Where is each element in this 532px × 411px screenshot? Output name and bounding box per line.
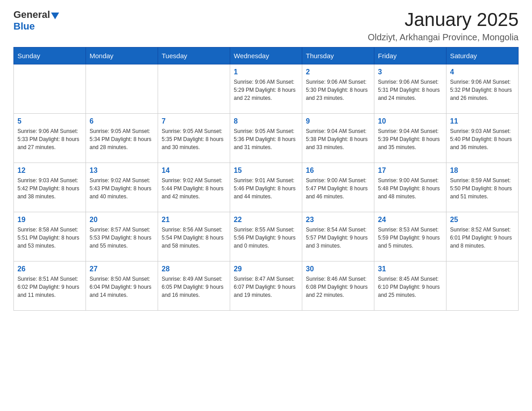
day-number: 28 xyxy=(162,265,226,273)
month-title: January 2025 xyxy=(368,9,519,30)
day-info: Sunrise: 9:04 AM Sunset: 5:38 PM Dayligh… xyxy=(306,127,370,151)
calendar-day-cell: 14Sunrise: 9:02 AM Sunset: 5:44 PM Dayli… xyxy=(158,163,230,212)
day-info: Sunrise: 9:05 AM Sunset: 5:34 PM Dayligh… xyxy=(90,127,154,151)
calendar-day-cell: 2Sunrise: 9:06 AM Sunset: 5:30 PM Daylig… xyxy=(302,64,374,114)
calendar-day-header: Thursday xyxy=(302,47,374,64)
calendar-week-row: 12Sunrise: 9:03 AM Sunset: 5:42 PM Dayli… xyxy=(14,163,519,212)
calendar-day-cell: 4Sunrise: 9:06 AM Sunset: 5:32 PM Daylig… xyxy=(446,64,519,114)
day-info: Sunrise: 9:03 AM Sunset: 5:42 PM Dayligh… xyxy=(17,176,82,201)
day-info: Sunrise: 8:57 AM Sunset: 5:53 PM Dayligh… xyxy=(90,226,154,250)
calendar-day-cell: 28Sunrise: 8:49 AM Sunset: 6:05 PM Dayli… xyxy=(158,261,230,311)
day-info: Sunrise: 9:06 AM Sunset: 5:32 PM Dayligh… xyxy=(450,78,515,102)
day-number: 8 xyxy=(234,117,298,125)
calendar-day-header: Saturday xyxy=(446,47,519,64)
day-info: Sunrise: 8:58 AM Sunset: 5:51 PM Dayligh… xyxy=(17,226,82,250)
calendar-day-cell: 8Sunrise: 9:05 AM Sunset: 5:36 PM Daylig… xyxy=(230,114,302,163)
day-info: Sunrise: 8:47 AM Sunset: 6:07 PM Dayligh… xyxy=(234,275,298,299)
day-info: Sunrise: 8:52 AM Sunset: 6:01 PM Dayligh… xyxy=(450,226,515,250)
day-info: Sunrise: 8:46 AM Sunset: 6:08 PM Dayligh… xyxy=(306,275,370,299)
day-number: 12 xyxy=(17,167,82,175)
day-info: Sunrise: 8:50 AM Sunset: 6:04 PM Dayligh… xyxy=(90,275,154,299)
day-info: Sunrise: 8:55 AM Sunset: 5:56 PM Dayligh… xyxy=(234,226,298,250)
calendar-day-header: Friday xyxy=(374,47,446,64)
day-number: 23 xyxy=(306,216,370,224)
page-header: General Blue January 2025 Oldziyt, Arkha… xyxy=(13,9,519,43)
day-number: 15 xyxy=(234,167,298,175)
calendar-week-row: 5Sunrise: 9:06 AM Sunset: 5:33 PM Daylig… xyxy=(14,114,519,163)
calendar-day-header: Sunday xyxy=(14,47,86,64)
day-number: 16 xyxy=(306,167,370,175)
calendar-day-cell: 24Sunrise: 8:53 AM Sunset: 5:59 PM Dayli… xyxy=(374,212,446,261)
calendar-day-cell: 5Sunrise: 9:06 AM Sunset: 5:33 PM Daylig… xyxy=(14,114,86,163)
calendar-day-cell: 16Sunrise: 9:00 AM Sunset: 5:47 PM Dayli… xyxy=(302,163,374,212)
day-info: Sunrise: 9:00 AM Sunset: 5:47 PM Dayligh… xyxy=(306,176,370,201)
calendar-day-cell: 6Sunrise: 9:05 AM Sunset: 5:34 PM Daylig… xyxy=(86,114,158,163)
day-number: 6 xyxy=(90,117,154,125)
day-number: 9 xyxy=(306,117,370,125)
calendar-day-cell: 17Sunrise: 9:00 AM Sunset: 5:48 PM Dayli… xyxy=(374,163,446,212)
location-title: Oldziyt, Arkhangai Province, Mongolia xyxy=(368,32,519,43)
day-info: Sunrise: 9:02 AM Sunset: 5:44 PM Dayligh… xyxy=(162,176,226,201)
day-info: Sunrise: 8:54 AM Sunset: 5:57 PM Dayligh… xyxy=(306,226,370,250)
day-number: 25 xyxy=(450,216,515,224)
calendar-day-cell: 30Sunrise: 8:46 AM Sunset: 6:08 PM Dayli… xyxy=(302,261,374,311)
day-number: 14 xyxy=(162,167,226,175)
logo-general-text: General xyxy=(13,9,50,21)
day-number: 17 xyxy=(378,167,442,175)
calendar-header-row: SundayMondayTuesdayWednesdayThursdayFrid… xyxy=(14,47,519,64)
day-number: 24 xyxy=(378,216,442,224)
calendar-day-cell: 20Sunrise: 8:57 AM Sunset: 5:53 PM Dayli… xyxy=(86,212,158,261)
calendar-day-cell: 3Sunrise: 9:06 AM Sunset: 5:31 PM Daylig… xyxy=(374,64,446,114)
day-info: Sunrise: 8:56 AM Sunset: 5:54 PM Dayligh… xyxy=(162,226,226,250)
title-block: January 2025 Oldziyt, Arkhangai Province… xyxy=(368,9,519,43)
day-number: 19 xyxy=(17,216,82,224)
calendar-day-cell: 12Sunrise: 9:03 AM Sunset: 5:42 PM Dayli… xyxy=(14,163,86,212)
day-info: Sunrise: 9:01 AM Sunset: 5:46 PM Dayligh… xyxy=(234,176,298,201)
calendar-day-cell: 18Sunrise: 8:59 AM Sunset: 5:50 PM Dayli… xyxy=(446,163,519,212)
day-number: 27 xyxy=(90,265,154,273)
day-info: Sunrise: 9:05 AM Sunset: 5:36 PM Dayligh… xyxy=(234,127,298,151)
day-number: 2 xyxy=(306,68,370,76)
calendar-day-cell xyxy=(86,64,158,114)
day-number: 4 xyxy=(450,68,515,76)
day-info: Sunrise: 9:06 AM Sunset: 5:29 PM Dayligh… xyxy=(234,78,298,102)
calendar-day-cell: 31Sunrise: 8:45 AM Sunset: 6:10 PM Dayli… xyxy=(374,261,446,311)
calendar-day-cell: 9Sunrise: 9:04 AM Sunset: 5:38 PM Daylig… xyxy=(302,114,374,163)
calendar-day-header: Tuesday xyxy=(158,47,230,64)
day-info: Sunrise: 9:04 AM Sunset: 5:39 PM Dayligh… xyxy=(378,127,442,151)
logo-blue-text: Blue xyxy=(13,21,35,32)
day-number: 31 xyxy=(378,265,442,273)
day-number: 1 xyxy=(234,68,298,76)
day-info: Sunrise: 9:02 AM Sunset: 5:43 PM Dayligh… xyxy=(90,176,154,201)
day-number: 13 xyxy=(90,167,154,175)
day-number: 20 xyxy=(90,216,154,224)
day-number: 7 xyxy=(162,117,226,125)
calendar-day-cell: 29Sunrise: 8:47 AM Sunset: 6:07 PM Dayli… xyxy=(230,261,302,311)
calendar-day-cell: 7Sunrise: 9:05 AM Sunset: 5:35 PM Daylig… xyxy=(158,114,230,163)
day-info: Sunrise: 8:45 AM Sunset: 6:10 PM Dayligh… xyxy=(378,275,442,299)
day-number: 10 xyxy=(378,117,442,125)
day-info: Sunrise: 8:49 AM Sunset: 6:05 PM Dayligh… xyxy=(162,275,226,299)
calendar-day-header: Monday xyxy=(86,47,158,64)
day-info: Sunrise: 8:51 AM Sunset: 6:02 PM Dayligh… xyxy=(17,275,82,299)
calendar-day-cell: 26Sunrise: 8:51 AM Sunset: 6:02 PM Dayli… xyxy=(14,261,86,311)
day-info: Sunrise: 8:59 AM Sunset: 5:50 PM Dayligh… xyxy=(450,176,515,201)
calendar-day-cell xyxy=(158,64,230,114)
day-number: 3 xyxy=(378,68,442,76)
calendar-day-cell: 10Sunrise: 9:04 AM Sunset: 5:39 PM Dayli… xyxy=(374,114,446,163)
calendar-day-cell: 15Sunrise: 9:01 AM Sunset: 5:46 PM Dayli… xyxy=(230,163,302,212)
logo: General Blue xyxy=(13,9,59,32)
day-number: 22 xyxy=(234,216,298,224)
day-info: Sunrise: 9:05 AM Sunset: 5:35 PM Dayligh… xyxy=(162,127,226,151)
day-number: 30 xyxy=(306,265,370,273)
calendar-day-cell xyxy=(14,64,86,114)
day-info: Sunrise: 9:00 AM Sunset: 5:48 PM Dayligh… xyxy=(378,176,442,201)
day-info: Sunrise: 9:03 AM Sunset: 5:40 PM Dayligh… xyxy=(450,127,515,151)
calendar-day-cell: 22Sunrise: 8:55 AM Sunset: 5:56 PM Dayli… xyxy=(230,212,302,261)
day-number: 26 xyxy=(17,265,82,273)
day-info: Sunrise: 9:06 AM Sunset: 5:30 PM Dayligh… xyxy=(306,78,370,102)
day-info: Sunrise: 9:06 AM Sunset: 5:33 PM Dayligh… xyxy=(17,127,82,151)
calendar-day-cell: 23Sunrise: 8:54 AM Sunset: 5:57 PM Dayli… xyxy=(302,212,374,261)
day-number: 5 xyxy=(17,117,82,125)
calendar-week-row: 19Sunrise: 8:58 AM Sunset: 5:51 PM Dayli… xyxy=(14,212,519,261)
